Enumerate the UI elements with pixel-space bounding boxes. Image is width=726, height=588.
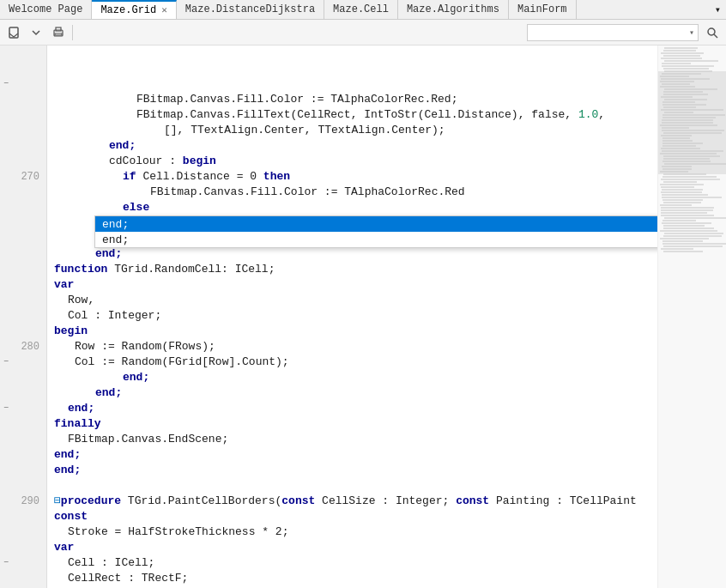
- search-dropdown-arrow: ▾: [689, 27, 694, 38]
- code-line-26: ⊟procedure TGrid.PaintCellBorders(const …: [47, 494, 657, 509]
- gutter-line-34: [0, 571, 46, 586]
- minimap-line-13: [660, 81, 693, 82]
- code-line-0: FBitmap.Canvas.Fill.Color := TAlphaColor…: [47, 92, 657, 107]
- gutter-line-28: [0, 478, 46, 494]
- tab-maze-algorithms[interactable]: Maze.Algorithms: [398, 0, 509, 19]
- gutter-line-31: [0, 524, 46, 540]
- autocomplete-popup[interactable]: end; end;: [94, 215, 657, 248]
- minimap-line-55: [662, 189, 703, 191]
- code-line-6: FBitmap.Canvas.Fill.Color := TAlphaColor…: [47, 185, 657, 200]
- minimap-line-46: [662, 166, 692, 167]
- minimap-line-15: [660, 86, 695, 88]
- toolbar-btn-print[interactable]: [48, 23, 69, 42]
- minimap-line-30: [660, 124, 717, 126]
- gutter-line-12: [0, 231, 46, 246]
- gutter-content: −270280−−290−: [0, 45, 46, 588]
- tab-main-form[interactable]: MainForm: [509, 0, 577, 19]
- tab-maze-distance[interactable]: Maze.DistanceDijkstra: [177, 0, 324, 19]
- autocomplete-item-1[interactable]: end;: [95, 232, 657, 247]
- minimap-line-35: [662, 137, 690, 139]
- gutter-line-6: [0, 138, 46, 154]
- toolbar-btn-down[interactable]: [26, 23, 46, 42]
- gutter-line-26: [0, 447, 46, 463]
- gutter-line-29: 290: [0, 494, 46, 509]
- code-line-5: if Cell.Distance = 0 then: [47, 169, 657, 185]
- tab-maze-grid-close[interactable]: ✕: [161, 6, 167, 15]
- minimap-line-69: [663, 225, 705, 227]
- tab-main-form-label: MainForm: [517, 3, 567, 15]
- minimap-line-14: [662, 83, 690, 85]
- gutter-line-10: [0, 200, 46, 215]
- tab-welcome-label: Welcome Page: [9, 3, 82, 15]
- code-line-31: CellRect : TRectF;: [47, 571, 657, 586]
- tab-maze-distance-label: Maze.DistanceDijkstra: [185, 3, 315, 15]
- gutter-line-24: [0, 416, 46, 432]
- gutter-line-18: [0, 324, 46, 339]
- toolbar-btn-bookmark[interactable]: [3, 23, 24, 42]
- gutter-line-5: [0, 123, 46, 138]
- minimap-line-75: [662, 240, 703, 242]
- fold-icon-20[interactable]: −: [3, 355, 9, 370]
- minimap-line-56: [661, 191, 702, 193]
- autocomplete-item-0[interactable]: end;: [95, 216, 657, 232]
- minimap-line-51: [661, 179, 720, 180]
- tab-bar: Welcome Page Maze.Grid ✕ Maze.DistanceDi…: [0, 0, 726, 20]
- gutter-line-20: −: [0, 355, 46, 370]
- gutter-line-19: 280: [0, 339, 46, 355]
- fold-icon-2[interactable]: −: [3, 76, 9, 92]
- minimap-line-64: [661, 212, 707, 214]
- tab-welcome[interactable]: Welcome Page: [0, 0, 92, 19]
- minimap-line-72: [664, 233, 723, 234]
- minimap-line-42: [663, 155, 720, 157]
- search-magnifier-icon: [706, 27, 718, 39]
- code-area[interactable]: FBitmap.Canvas.Fill.Color := TAlphaColor…: [47, 45, 657, 588]
- fold-icon-33[interactable]: −: [3, 555, 9, 571]
- minimap-line-4: [661, 58, 702, 59]
- gutter-line-7: [0, 154, 46, 169]
- search-dropdown[interactable]: ▾: [527, 24, 699, 41]
- gutter-line-14: [0, 262, 46, 277]
- minimap-line-9: [664, 70, 712, 72]
- tab-maze-grid-label: Maze.Grid: [100, 4, 156, 16]
- minimap-line-24: [661, 109, 723, 111]
- toolbar-search: ▾: [527, 23, 723, 42]
- minimap-line-10: [662, 73, 702, 75]
- minimap-line-66: [664, 217, 726, 219]
- tab-dropdown[interactable]: ▾: [710, 0, 726, 19]
- minimap-line-6: [662, 63, 691, 64]
- code-line-12: var: [47, 277, 657, 293]
- code-line-24: end;: [47, 463, 657, 478]
- minimap-line-19: [661, 96, 693, 98]
- minimap-line-74: [660, 238, 709, 239]
- minimap-line-5: [664, 60, 718, 62]
- code-line-13: Row,: [47, 293, 657, 308]
- fold-icon-23[interactable]: −: [3, 401, 9, 416]
- navigate-down-icon: [30, 27, 42, 39]
- minimap-line-58: [662, 197, 721, 198]
- minimap-line-34: [661, 135, 693, 136]
- code-line-23: end;: [47, 447, 657, 463]
- minimap-line-25: [664, 112, 693, 113]
- gutter-line-30: [0, 509, 46, 524]
- minimap-line-68: [662, 222, 711, 224]
- minimap-line-52: [663, 181, 697, 183]
- minimap-line-67: [662, 220, 695, 221]
- minimap-line-26: [662, 114, 725, 116]
- minimap-line-31: [662, 127, 689, 129]
- tab-maze-grid[interactable]: Maze.Grid ✕: [92, 0, 176, 19]
- code-line-1: FBitmap.Canvas.FillText(CellRect, IntToS…: [47, 107, 657, 123]
- minimap-line-16: [664, 88, 717, 90]
- gutter-line-9: [0, 185, 46, 200]
- gutter-line-2: −: [0, 76, 46, 92]
- minimap-line-76: [662, 243, 726, 245]
- tab-maze-cell[interactable]: Maze.Cell: [324, 0, 398, 19]
- code-line-28: Stroke = HalfStrokeThickness * 2;: [47, 524, 657, 540]
- minimap[interactable]: [657, 45, 726, 588]
- code-line-14: Col : Integer;: [47, 308, 657, 324]
- search-icon[interactable]: [702, 23, 723, 42]
- gutter-line-4: [0, 107, 46, 123]
- tab-maze-cell-label: Maze.Cell: [333, 3, 389, 15]
- code-line-22: FBitmap.Canvas.EndScene;: [47, 432, 657, 447]
- minimap-line-28: [662, 119, 713, 121]
- code-line-16: Row := Random(FRows);: [47, 339, 657, 355]
